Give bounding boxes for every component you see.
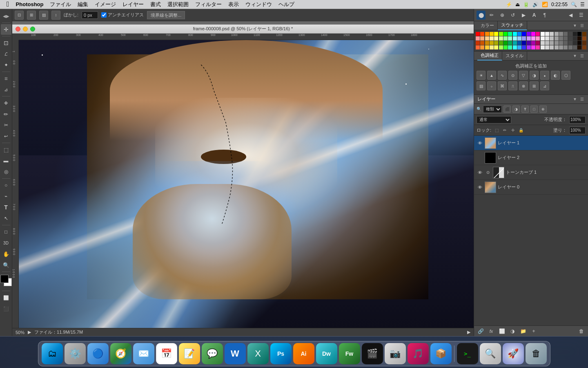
swatch-50[interactable] bbox=[485, 41, 489, 45]
clone-stamp-tool[interactable]: ✂ bbox=[1, 120, 11, 130]
swatch-37[interactable] bbox=[536, 36, 540, 40]
layer-item-1[interactable]: 👁レイヤー 1 bbox=[474, 136, 588, 150]
window-maximize-btn[interactable] bbox=[30, 27, 35, 31]
tab-color[interactable]: カラー bbox=[477, 21, 498, 30]
swatch-62[interactable] bbox=[541, 41, 545, 45]
move-tool[interactable]: ✛ bbox=[1, 24, 11, 35]
swatch-83[interactable] bbox=[527, 45, 531, 49]
menu-layer[interactable]: レイヤー bbox=[119, 0, 147, 9]
char-mode-icon[interactable]: A bbox=[530, 11, 539, 20]
dock-mail[interactable]: ✉️ bbox=[133, 343, 154, 364]
para-mode-icon[interactable]: ¶ bbox=[540, 11, 549, 20]
menu-edit[interactable]: 編集 bbox=[74, 0, 91, 9]
swatch-31[interactable] bbox=[508, 36, 512, 40]
menubar-icon-search[interactable]: 🔍 bbox=[571, 2, 577, 7]
layer-adj-btn[interactable]: ◑ bbox=[508, 327, 517, 335]
dock-ps[interactable]: Ps bbox=[270, 343, 292, 364]
dock-trash[interactable]: 🗑 bbox=[526, 343, 547, 364]
status-arrow[interactable]: ▶ bbox=[467, 330, 470, 335]
type-tool[interactable]: T bbox=[1, 202, 11, 213]
toolbar-btn-3[interactable]: ↕ bbox=[51, 11, 60, 20]
swatch-42[interactable] bbox=[559, 36, 563, 40]
swatch-86[interactable] bbox=[541, 45, 545, 49]
swatch-54[interactable] bbox=[503, 41, 508, 45]
swatch-39[interactable] bbox=[545, 36, 549, 40]
adj-panel-collapse[interactable]: ▼ bbox=[572, 54, 578, 58]
adj-exposure[interactable]: ⊙ bbox=[508, 71, 517, 80]
swatch-8[interactable] bbox=[513, 32, 517, 36]
panel-collapse-icon[interactable]: ◀ bbox=[566, 11, 575, 20]
swatch-3[interactable] bbox=[490, 32, 494, 36]
app-name[interactable]: Photoshop bbox=[13, 0, 47, 9]
layer-eye-2[interactable] bbox=[477, 155, 483, 161]
swatch-13[interactable] bbox=[536, 32, 540, 36]
swatch-66[interactable] bbox=[559, 41, 563, 45]
layer-filter-adj[interactable]: ◑ bbox=[512, 105, 520, 113]
swatch-10[interactable] bbox=[522, 32, 526, 36]
toolbar-select-tool[interactable]: ⊡ bbox=[15, 11, 24, 20]
layer-mask-btn[interactable]: ⬜ bbox=[498, 327, 506, 335]
layer-new-btn[interactable]: + bbox=[530, 327, 538, 335]
color-panel-collapse[interactable]: ▼ bbox=[572, 23, 578, 28]
dock-word[interactable]: W bbox=[225, 343, 246, 364]
lock-position[interactable]: ✛ bbox=[510, 128, 516, 133]
menu-select[interactable]: 選択範囲 bbox=[164, 0, 192, 9]
adj-gradmap[interactable]: ▤ bbox=[477, 81, 486, 90]
layer-filter-shape[interactable]: □ bbox=[530, 105, 538, 113]
menu-view[interactable]: 表示 bbox=[225, 0, 242, 9]
fg-color-box[interactable] bbox=[0, 275, 9, 283]
swatch-16[interactable] bbox=[550, 32, 554, 36]
lock-pixels[interactable]: ✏ bbox=[502, 128, 508, 133]
crop-tool[interactable]: ⌗ bbox=[1, 73, 11, 84]
dock-messages[interactable]: 💬 bbox=[202, 343, 223, 364]
menu-window[interactable]: ウィンドウ bbox=[242, 0, 275, 9]
dock-finalcut[interactable]: 🎬 bbox=[362, 343, 383, 364]
dock-itunes[interactable]: 🎵 bbox=[408, 343, 429, 364]
apple-menu[interactable]:  bbox=[3, 0, 13, 9]
swatch-82[interactable] bbox=[522, 45, 526, 49]
swatch-20[interactable] bbox=[568, 32, 572, 36]
swatch-28[interactable] bbox=[494, 36, 498, 40]
swatch-81[interactable] bbox=[517, 45, 521, 49]
swatch-21[interactable] bbox=[573, 32, 577, 36]
menubar-icon-list[interactable]: ☰ bbox=[580, 2, 585, 7]
swatch-77[interactable] bbox=[499, 45, 503, 49]
history-brush-tool[interactable]: ↩ bbox=[1, 131, 11, 141]
swatch-56[interactable] bbox=[513, 41, 517, 45]
spot-heal-tool[interactable]: ✙ bbox=[1, 98, 11, 108]
blend-mode-dropdown[interactable]: 通常 bbox=[477, 116, 511, 123]
actions-mode-icon[interactable]: ▶ bbox=[519, 11, 528, 20]
path-select-tool[interactable]: ↖ bbox=[1, 213, 11, 224]
dock-dw[interactable]: Dw bbox=[316, 343, 337, 364]
tab-swatches[interactable]: スウォッチ bbox=[498, 21, 527, 30]
color-panel-menu[interactable]: ☰ bbox=[579, 23, 585, 28]
swatch-55[interactable] bbox=[508, 41, 512, 45]
swatch-57[interactable] bbox=[517, 41, 521, 45]
swatch-35[interactable] bbox=[527, 36, 531, 40]
antialias-check[interactable] bbox=[101, 12, 107, 18]
gradient-tool[interactable]: ▬ bbox=[1, 155, 11, 166]
swatch-43[interactable] bbox=[564, 36, 568, 40]
adj-panel-menu[interactable]: ☰ bbox=[579, 54, 585, 58]
dock-fw[interactable]: Fw bbox=[339, 343, 360, 364]
layer-filter-pixel[interactable]: ⬛ bbox=[503, 105, 511, 113]
swatch-1[interactable] bbox=[480, 32, 484, 36]
swatch-23[interactable] bbox=[582, 32, 586, 36]
adj-levels[interactable]: ▲ bbox=[487, 71, 496, 80]
blur-value-input[interactable] bbox=[82, 11, 98, 19]
hand-tool[interactable]: ✋ bbox=[1, 249, 11, 259]
layer-link-btn[interactable]: 🔗 bbox=[477, 327, 485, 335]
swatch-76[interactable] bbox=[494, 45, 498, 49]
swatch-95[interactable] bbox=[582, 45, 586, 49]
adj-selcolor[interactable]: ⬦ bbox=[487, 81, 496, 90]
window-minimize-btn[interactable] bbox=[23, 27, 28, 31]
layer-filter-type[interactable]: T bbox=[521, 105, 529, 113]
lock-transparency[interactable]: ⬚ bbox=[494, 128, 499, 133]
dock-xcode[interactable]: X bbox=[247, 343, 269, 364]
swatch-0[interactable] bbox=[476, 32, 480, 36]
dock-safari[interactable]: 🧭 bbox=[110, 343, 131, 364]
tab-adjustments[interactable]: 色調補正 bbox=[477, 52, 502, 61]
pen-tool[interactable]: ⌁ bbox=[1, 191, 11, 202]
swatch-46[interactable] bbox=[577, 36, 581, 40]
swatch-70[interactable] bbox=[577, 41, 581, 45]
